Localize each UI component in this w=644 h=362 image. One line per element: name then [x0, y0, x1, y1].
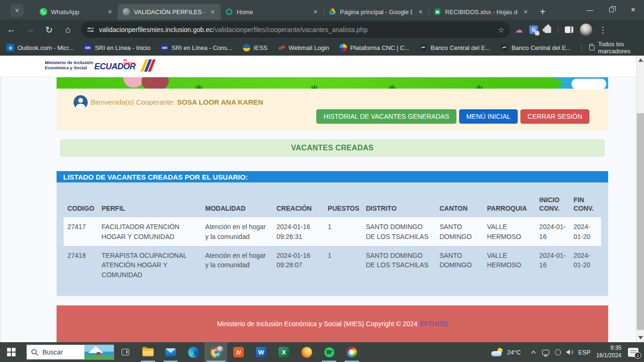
screen: ˅ WhatsApp × VALIDACIÓN PERFILES - MIE ×… [0, 0, 644, 362]
browser-tab-bar: ˅ WhatsApp × VALIDACIÓN PERFILES - MIE ×… [0, 0, 644, 20]
tab-title: VALIDACIÓN PERFILES - MIE [134, 8, 205, 16]
history-vacantes-button[interactable]: HISTORIAL DE VACANTES GENERADAS [316, 109, 456, 123]
taskbar-spotify[interactable] [318, 342, 340, 362]
temperature: 24°C [507, 349, 521, 356]
cpanel-icon: cP [278, 44, 285, 51]
folder-icon [589, 45, 594, 50]
clock[interactable]: 9:35 16/1/2024 [596, 345, 621, 359]
volume-icon[interactable] [564, 342, 577, 362]
keyboard-language[interactable]: ESP [577, 342, 593, 362]
edge-icon [188, 347, 199, 358]
menu-dots-icon[interactable]: ⋮ [599, 25, 607, 35]
tab-close-button[interactable]: × [106, 8, 114, 16]
site-info-icon[interactable] [87, 26, 94, 33]
tab-close-button[interactable]: × [416, 8, 425, 16]
back-button[interactable]: ← [4, 22, 19, 37]
forward-button[interactable]: → [23, 22, 38, 37]
col-distrito: DISTRITO [362, 193, 436, 217]
minimize-button[interactable]: — [579, 0, 601, 20]
search-placeholder: Buscar [42, 348, 63, 356]
tab-validacion-perfiles[interactable]: VALIDACIÓN PERFILES - MIE × [118, 4, 221, 20]
spotify-icon [324, 347, 335, 358]
notification-center-icon[interactable]: 1 [628, 348, 638, 357]
tab-home[interactable]: Home × [221, 4, 323, 20]
tray-date: 16/1/2024 [596, 352, 621, 360]
sync-icon[interactable] [552, 342, 564, 362]
cell-parroquia: VALLE HERMOSO [483, 217, 536, 246]
home-button[interactable]: ⌂ [60, 22, 75, 37]
taskbar-word[interactable]: W [250, 342, 272, 362]
bookmark-sri-consultas[interactable]: SRiSRI en Línea - Cons... [161, 44, 232, 51]
cell-fin: 2024-01-20 [570, 246, 601, 284]
translate-icon[interactable]: G [529, 25, 538, 34]
taskbar-chrome[interactable] [205, 342, 227, 362]
hero-pink-shape [124, 77, 143, 88]
iess-icon [243, 44, 250, 51]
scrollbar-up-arrow[interactable] [638, 58, 643, 62]
taskbar-firefox[interactable] [295, 342, 318, 362]
tab-search-button[interactable]: ˅ [10, 4, 24, 17]
url-domain: validacionperfilesmies.inclusion.gob.ec [99, 26, 213, 33]
taskbar-edge[interactable] [182, 342, 205, 362]
vacancies-table-container: CODIGO PERFIL MODALIDAD CREACIÓN PUESTOS… [57, 182, 608, 296]
extensions-puzzle-icon[interactable] [545, 26, 551, 33]
task-view-button[interactable] [114, 342, 137, 362]
ministry-line2: Económica y Social [45, 65, 93, 70]
bookmark-outlook[interactable]: oOutlook.com - Micr... [7, 44, 74, 51]
search-weather-image [84, 345, 114, 359]
col-puestos: PUESTOS [324, 193, 362, 217]
bookmark-sri-inicio[interactable]: SRiSRI en Línea - Inicio [84, 44, 150, 51]
menu-inicial-button[interactable]: MENÚ INICIAL [459, 109, 518, 123]
ecuador-logo-stripes [140, 59, 156, 72]
footer-link-efthiss[interactable]: EFTHISS [420, 320, 447, 328]
cloud-extension-icon[interactable]: ☁ [515, 25, 523, 35]
url-path: /validacionperfiles/cooperante/vacantes_… [213, 26, 494, 33]
tab-close-button[interactable]: × [208, 8, 217, 16]
cerrar-sesion-button[interactable]: CERRAR SESIÓN [520, 109, 589, 123]
bookmark-iess[interactable]: IESS [243, 44, 268, 51]
page-scrollbar[interactable] [636, 56, 644, 342]
home-app-icon [225, 8, 233, 16]
taskbar-file-explorer[interactable] [137, 342, 159, 362]
close-window-button[interactable]: × [622, 0, 644, 20]
taskbar-search-box[interactable]: Buscar [26, 345, 114, 360]
network-icon[interactable] [540, 342, 552, 362]
tab-close-button[interactable]: × [521, 8, 530, 16]
all-bookmarks[interactable]: Todos los marcadores [581, 41, 637, 55]
taskbar-excel[interactable]: X [272, 342, 295, 362]
cell-modalidad: Atención en el hogar y la comunidad [201, 246, 272, 284]
restore-button[interactable] [601, 0, 622, 20]
bookmark-banco-central-1[interactable]: Banco Central del E... [420, 44, 490, 51]
taskbar-pdf[interactable]: N [227, 342, 250, 362]
tray-time: 9:35 [596, 345, 621, 352]
bookmark-webmail[interactable]: cPWebmail Login [278, 44, 329, 51]
side-panel-icon[interactable] [565, 26, 573, 33]
user-name: SOSA LOOR ANA KAREN [177, 98, 263, 106]
bookmark-star-icon[interactable]: ☆ [498, 25, 504, 34]
profile-avatar[interactable] [580, 24, 592, 36]
cell-perfil: FACILITADOR ATENCIÓN HOGAR Y COMUNIDAD [98, 217, 202, 246]
taskbar-mail[interactable] [159, 342, 182, 362]
bookmark-banco-central-2[interactable]: Banco Central del E... [501, 44, 571, 51]
tab-recibidos-xlsx[interactable]: RECIBIDOS.xlsx - Hojas de cá × [429, 4, 534, 20]
page-viewport: Ministerio de Inclusión Económica y Soci… [0, 56, 644, 342]
tab-whatsapp[interactable]: WhatsApp × [35, 4, 118, 20]
tray-chevron-up[interactable] [528, 342, 540, 362]
reload-button[interactable]: ↻ [41, 22, 57, 37]
tray-weather[interactable]: 24°C [491, 348, 521, 356]
col-creacion: CREACIÓN [272, 193, 324, 217]
scrollbar-down-arrow[interactable] [638, 336, 643, 339]
all-bookmarks-label: Todos los marcadores [598, 41, 637, 55]
new-tab-button[interactable]: + [536, 4, 550, 20]
col-parroquia: PARROQUIA [483, 193, 536, 217]
bookmark-plataforma-cnc[interactable]: Plataforma CNC | C... [339, 44, 409, 51]
tab-close-button[interactable]: × [311, 8, 320, 16]
bookmark-label: Banco Central del E... [512, 44, 571, 51]
start-button[interactable] [0, 342, 23, 362]
scrollbar-thumb[interactable] [637, 113, 644, 330]
taskbar-paint[interactable] [340, 342, 363, 362]
address-bar[interactable]: validacionperfilesmies.inclusion.gob.ec … [81, 22, 510, 38]
welcome-message: Bienvenida(o) Cooperante: SOSA LOOR ANA … [91, 98, 263, 106]
pdf-app-icon: N [233, 347, 244, 357]
tab-google-drive[interactable]: Página principal - Google Dr × [324, 4, 429, 20]
